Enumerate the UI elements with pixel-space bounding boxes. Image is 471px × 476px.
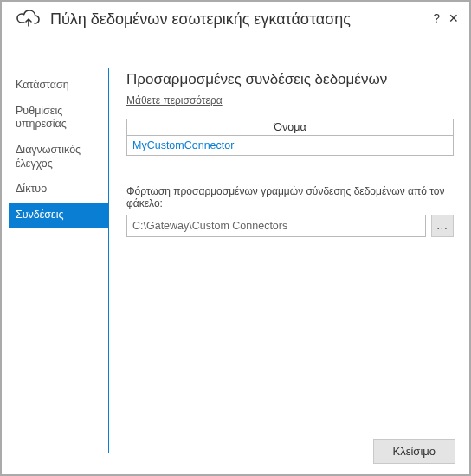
sidebar-item-label: Συνδέσεις (16, 209, 63, 221)
window-title: Πύλη δεδομένων εσωτερικής εγκατάστασης (50, 10, 433, 29)
browse-button[interactable]: ... (431, 215, 454, 237)
sidebar: Κατάσταση Ρυθμίσεις υπηρεσίας Διαγνωστικ… (9, 68, 109, 453)
cloud-upload-icon (16, 9, 42, 29)
table-header-name: Όνομα (127, 119, 453, 136)
titlebar: Πύλη δεδομένων εσωτερικής εγκατάστασης ?… (2, 2, 469, 33)
page-heading: Προσαρμοσμένες συνδέσεις δεδομένων (126, 71, 454, 88)
sidebar-item-status[interactable]: Κατάσταση (9, 73, 108, 99)
sidebar-item-label: Ρυθμίσεις υπηρεσίας (16, 105, 67, 131)
main-panel: Προσαρμοσμένες συνδέσεις δεδομένων Μάθετ… (109, 68, 459, 453)
help-button[interactable]: ? (433, 12, 440, 24)
window-controls: ? ✕ (433, 12, 459, 24)
sidebar-item-service-settings[interactable]: Ρυθμίσεις υπηρεσίας (9, 99, 108, 138)
folder-path-input[interactable] (126, 215, 426, 237)
load-folder-label: Φόρτωση προσαρμοσμένων γραμμών σύνδεσης … (126, 185, 454, 209)
sidebar-item-diagnostics[interactable]: Διαγνωστικός έλεγχος (9, 138, 108, 177)
connectors-table: Όνομα MyCustomConnector (126, 119, 454, 156)
table-row[interactable]: MyCustomConnector (127, 136, 453, 155)
path-row: ... (126, 215, 454, 237)
learn-more-link[interactable]: Μάθετε περισσότερα (126, 94, 223, 106)
sidebar-item-network[interactable]: Δίκτυο (9, 177, 108, 203)
sidebar-item-label: Διαγνωστικός έλεγχος (16, 144, 81, 170)
footer: Κλείσιμο (373, 439, 456, 464)
sidebar-item-connectors[interactable]: Συνδέσεις (9, 203, 108, 228)
window-close-button[interactable]: ✕ (448, 12, 459, 24)
sidebar-item-label: Δίκτυο (16, 183, 47, 195)
sidebar-item-label: Κατάσταση (16, 79, 69, 91)
close-button[interactable]: Κλείσιμο (373, 439, 456, 464)
